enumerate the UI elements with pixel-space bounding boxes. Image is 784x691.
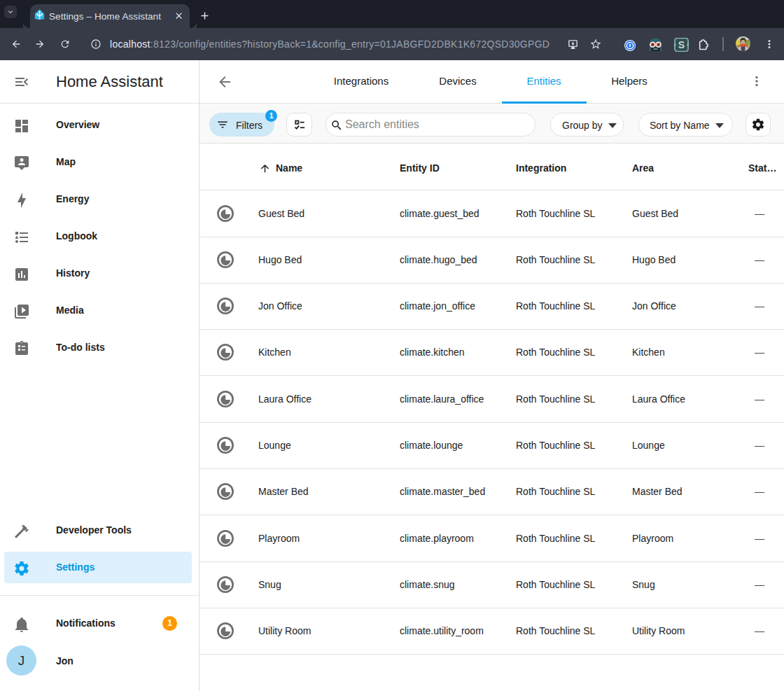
svg-text:S: S bbox=[678, 39, 685, 50]
